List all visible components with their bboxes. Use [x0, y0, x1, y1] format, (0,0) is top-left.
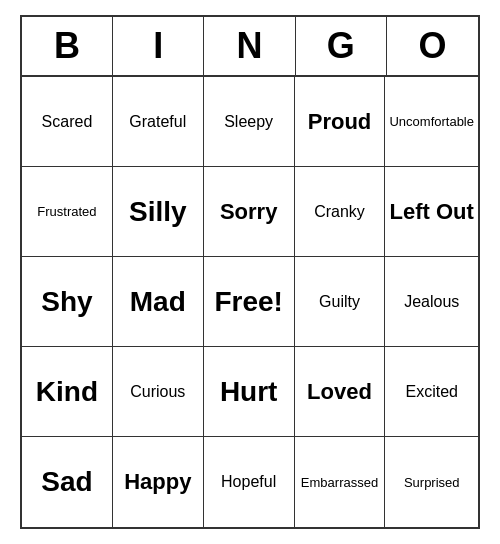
bingo-card: BINGO ScaredGratefulSleepyProudUncomfort…	[20, 15, 480, 529]
bingo-cell: Jealous	[385, 257, 478, 347]
header-letter: I	[113, 17, 204, 75]
bingo-cell: Proud	[295, 77, 386, 167]
bingo-cell: Free!	[204, 257, 295, 347]
header-letter: O	[387, 17, 478, 75]
bingo-cell: Cranky	[295, 167, 386, 257]
bingo-cell: Mad	[113, 257, 204, 347]
bingo-cell: Embarrassed	[295, 437, 386, 527]
bingo-cell: Sleepy	[204, 77, 295, 167]
header-letter: B	[22, 17, 113, 75]
bingo-header: BINGO	[22, 17, 478, 77]
bingo-cell: Hopeful	[204, 437, 295, 527]
bingo-cell: Shy	[22, 257, 113, 347]
bingo-cell: Frustrated	[22, 167, 113, 257]
bingo-cell: Hurt	[204, 347, 295, 437]
header-letter: N	[204, 17, 295, 75]
bingo-cell: Sad	[22, 437, 113, 527]
bingo-grid: ScaredGratefulSleepyProudUncomfortableFr…	[22, 77, 478, 527]
bingo-cell: Left Out	[385, 167, 478, 257]
bingo-cell: Surprised	[385, 437, 478, 527]
bingo-cell: Uncomfortable	[385, 77, 478, 167]
bingo-cell: Sorry	[204, 167, 295, 257]
bingo-cell: Grateful	[113, 77, 204, 167]
bingo-cell: Curious	[113, 347, 204, 437]
bingo-cell: Kind	[22, 347, 113, 437]
bingo-cell: Loved	[295, 347, 386, 437]
bingo-cell: Happy	[113, 437, 204, 527]
bingo-cell: Scared	[22, 77, 113, 167]
bingo-cell: Silly	[113, 167, 204, 257]
bingo-cell: Excited	[385, 347, 478, 437]
header-letter: G	[296, 17, 387, 75]
bingo-cell: Guilty	[295, 257, 386, 347]
